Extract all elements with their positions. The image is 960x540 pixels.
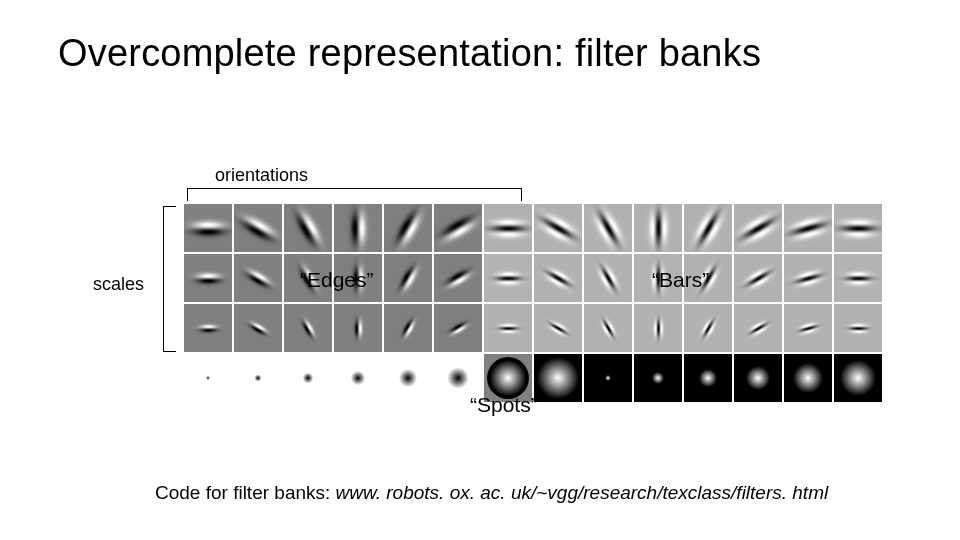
spot-filter-1 <box>234 354 282 402</box>
spot-filter-4 <box>384 354 432 402</box>
spot-filter-12 <box>784 354 832 402</box>
scales-label: scales <box>93 274 144 295</box>
edges-annotation: “Edges” <box>300 268 374 292</box>
spot-filter-11 <box>734 354 782 402</box>
bar-filter-s2-o3 <box>634 304 682 352</box>
bar-filter-s1-o5 <box>734 254 782 302</box>
edge-filter-s1-o4 <box>384 254 432 302</box>
footer-text: Code for filter banks: www. robots. ox. … <box>155 482 828 504</box>
footer-url: www. robots. ox. ac. uk/~vgg/research/te… <box>336 482 829 503</box>
bar-filter-s0-o3 <box>634 204 682 252</box>
bar-filter-s1-o0 <box>484 254 532 302</box>
bar-filter-s2-o5 <box>734 304 782 352</box>
edge-filter-s1-o5 <box>434 254 482 302</box>
spot-filter-9 <box>634 354 682 402</box>
bar-filter-s2-o2 <box>584 304 632 352</box>
spot-filter-3 <box>334 354 382 402</box>
edge-filter-s1-o1 <box>234 254 282 302</box>
bar-filter-extra-s1-0 <box>784 254 832 302</box>
bar-filter-extra-s0-1 <box>834 204 882 252</box>
edge-filter-s2-o1 <box>234 304 282 352</box>
edge-filter-s2-o3 <box>334 304 382 352</box>
edge-filter-s0-o3 <box>334 204 382 252</box>
orientations-bracket <box>187 188 522 201</box>
bar-filter-s1-o1 <box>534 254 582 302</box>
bar-filter-s0-o4 <box>684 204 732 252</box>
orientations-label: orientations <box>215 165 308 186</box>
spot-filter-13 <box>834 354 882 402</box>
bar-filter-s1-o2 <box>584 254 632 302</box>
edge-filter-s2-o5 <box>434 304 482 352</box>
edge-filter-s0-o5 <box>434 204 482 252</box>
spot-filter-2 <box>284 354 332 402</box>
bar-filter-s0-o2 <box>584 204 632 252</box>
slide-title: Overcomplete representation: filter bank… <box>58 32 761 75</box>
filterbank-grid <box>184 204 884 404</box>
spot-filter-7 <box>534 354 582 402</box>
spot-filter-10 <box>684 354 732 402</box>
edge-filter-s2-o2 <box>284 304 332 352</box>
bar-filter-s2-o1 <box>534 304 582 352</box>
scales-bracket <box>163 206 176 352</box>
edge-filter-s2-o0 <box>184 304 232 352</box>
edge-filter-s0-o4 <box>384 204 432 252</box>
bar-filter-s2-o4 <box>684 304 732 352</box>
bar-filter-extra-s0-0 <box>784 204 832 252</box>
edge-filter-s0-o0 <box>184 204 232 252</box>
edge-filter-s1-o0 <box>184 254 232 302</box>
bar-filter-s0-o5 <box>734 204 782 252</box>
spot-filter-0 <box>184 354 232 402</box>
bar-filter-s0-o0 <box>484 204 532 252</box>
edge-filter-s0-o2 <box>284 204 332 252</box>
spots-annotation: “Spots” <box>470 393 538 417</box>
spot-filter-8 <box>584 354 632 402</box>
bar-filter-extra-s2-0 <box>784 304 832 352</box>
edge-filter-s2-o4 <box>384 304 432 352</box>
footer-prefix: Code for filter banks: <box>155 482 336 503</box>
bar-filter-s2-o0 <box>484 304 532 352</box>
bar-filter-extra-s1-1 <box>834 254 882 302</box>
bars-annotation: “Bars” <box>652 268 709 292</box>
bar-filter-extra-s2-1 <box>834 304 882 352</box>
bar-filter-s0-o1 <box>534 204 582 252</box>
edge-filter-s0-o1 <box>234 204 282 252</box>
